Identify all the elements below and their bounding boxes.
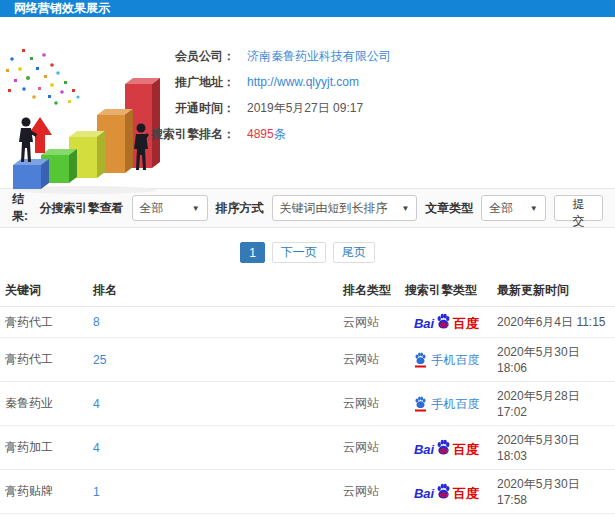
next-page-button[interactable]: 下一页 (272, 242, 326, 263)
baidu-cn-text: 百度 (453, 487, 479, 500)
info-fields: 会员公司： 济南秦鲁药业科技有限公司 推广地址： http://www.qlyy… (70, 43, 391, 147)
article-type-label: 文章类型 (425, 200, 473, 217)
engine-cell: Bai du 百度 (400, 307, 492, 338)
rank-type-cell: 云网站 (338, 382, 400, 426)
chevron-down-icon: ▼ (192, 204, 200, 213)
rank-link[interactable]: 8 (93, 315, 100, 329)
col-header-rank: 排名 (88, 275, 338, 307)
rank-link[interactable]: 4 (93, 441, 100, 455)
rank-type-cell: 云网站 (338, 307, 400, 338)
article-type-select[interactable]: 全部 ▼ (481, 195, 545, 221)
col-header-rank-type: 排名类型 (338, 275, 400, 307)
rank-type-cell: 云网站 (338, 514, 400, 520)
info-section: 会员公司： 济南秦鲁药业科技有限公司 推广地址： http://www.qlyy… (0, 17, 615, 188)
col-header-keyword: 关键词 (0, 275, 88, 307)
confetti-dots (6, 49, 80, 105)
updated-cell: 2020年5月30日 18:06 (492, 338, 615, 382)
chevron-down-icon: ▼ (530, 204, 538, 213)
rank-type-cell: 云网站 (338, 338, 400, 382)
keyword-cell: 膏药代工 (0, 338, 88, 382)
window-title-bar: 网络营销效果展示 (0, 0, 615, 17)
info-row-company: 会员公司： 济南秦鲁药业科技有限公司 (70, 43, 391, 69)
keyword-cell: 膏药代工 (0, 307, 88, 338)
mobile-baidu-logo: 手机百度 (414, 396, 480, 412)
mobile-baidu-text: 手机百度 (432, 354, 480, 366)
ranking-count-value: 4895 (247, 127, 274, 141)
baidu-bai-text: Bai (414, 487, 434, 500)
mobile-baidu-paw-icon (414, 396, 427, 412)
table-row: 膏药加工 4 云网站 Bai du 百度 (0, 426, 615, 470)
chevron-down-icon: ▼ (401, 204, 409, 213)
rank-link[interactable]: 4 (93, 397, 100, 411)
updated-cell: 2020年5月28日 16:55 (492, 514, 615, 520)
table-row: 膏药贴牌 1 云网站 Bai du 百度 (0, 470, 615, 514)
results-table-body: 膏药代工 8 云网站 Bai du 百度 (0, 307, 615, 520)
ranking-count-label: 搜索引擎排名： (70, 126, 235, 143)
open-time-value: 2019年5月27日 09:17 (247, 100, 363, 117)
mobile-baidu-paw-icon (414, 352, 427, 368)
results-label: 结果: (12, 191, 40, 225)
page-1-button[interactable]: 1 (240, 242, 265, 263)
svg-text:du: du (440, 490, 448, 497)
rank-link[interactable]: 25 (93, 353, 106, 367)
table-row: 口罩贴牌 29 云网站 Bai du 百度 (0, 514, 615, 520)
table-header-row: 关键词 排名 排名类型 搜索引擎类型 最新更新时间 (0, 275, 615, 307)
engine-filter-label: 分搜索引擎查看 (40, 200, 124, 217)
updated-cell: 2020年5月30日 18:03 (492, 426, 615, 470)
engine-cell: Bai du 百度 (400, 382, 492, 426)
engine-cell: Bai du 百度 (400, 426, 492, 470)
baidu-paw-icon: du (435, 483, 452, 500)
baidu-cn-text: 百度 (453, 443, 479, 456)
engine-filter-value: 全部 (140, 200, 164, 217)
info-row-opened: 开通时间： 2019年5月27日 09:17 (70, 95, 391, 121)
baidu-logo: Bai du 百度 (414, 313, 479, 330)
sort-filter-value: 关键词由短到长排序 (280, 200, 388, 217)
baidu-bai-text: Bai (414, 443, 434, 456)
engine-filter-select[interactable]: 全部 ▼ (132, 195, 208, 221)
baidu-logo: Bai du 百度 (414, 439, 479, 456)
svg-text:du: du (440, 321, 448, 328)
open-time-label: 开通时间： (70, 100, 235, 117)
keyword-cell: 膏药加工 (0, 426, 88, 470)
company-name-link[interactable]: 济南秦鲁药业科技有限公司 (247, 48, 391, 65)
engine-cell: Bai du 百度 (400, 338, 492, 382)
rank-type-cell: 云网站 (338, 426, 400, 470)
svg-text:du: du (440, 446, 448, 453)
rank-link[interactable]: 1 (93, 485, 100, 499)
rank-type-cell: 云网站 (338, 470, 400, 514)
info-row-ranking: 搜索引擎排名： 4895条 (70, 121, 391, 147)
sort-filter-select[interactable]: 关键词由短到长排序 ▼ (272, 195, 418, 221)
keyword-cell: 口罩贴牌 (0, 514, 88, 520)
sort-filter-label: 排序方式 (216, 200, 264, 217)
updated-cell: 2020年5月28日 17:02 (492, 382, 615, 426)
filter-controls: 分搜索引擎查看 全部 ▼ 排序方式 关键词由短到长排序 ▼ 文章类型 全部 ▼ … (40, 195, 603, 221)
mobile-baidu-text: 手机百度 (432, 398, 480, 410)
last-page-button[interactable]: 尾页 (333, 242, 375, 263)
page-title: 网络营销效果展示 (14, 1, 110, 15)
pagination: 1 下一页 尾页 (0, 228, 615, 275)
engine-cell: Bai du 百度 (400, 470, 492, 514)
table-row: 膏药代工 25 云网站 Bai du 百度 (0, 338, 615, 382)
submit-button[interactable]: 提交 (554, 195, 603, 221)
baidu-paw-icon: du (435, 313, 452, 330)
promo-url-link[interactable]: http://www.qlyyjt.com (247, 75, 359, 89)
baidu-bai-text: Bai (414, 317, 434, 330)
keyword-cell: 秦鲁药业 (0, 382, 88, 426)
baidu-paw-icon: du (435, 439, 452, 456)
info-row-url: 推广地址： http://www.qlyyjt.com (70, 69, 391, 95)
col-header-updated: 最新更新时间 (492, 275, 615, 307)
updated-cell: 2020年5月30日 17:58 (492, 470, 615, 514)
company-label: 会员公司： (70, 48, 235, 65)
mobile-baidu-logo: 手机百度 (414, 352, 480, 368)
engine-cell: Bai du 百度 (400, 514, 492, 520)
table-row: 膏药代工 8 云网站 Bai du 百度 (0, 307, 615, 338)
baidu-logo: Bai du 百度 (414, 483, 479, 500)
col-header-engine-type: 搜索引擎类型 (400, 275, 492, 307)
ranking-count-unit: 条 (274, 127, 286, 141)
table-row: 秦鲁药业 4 云网站 Bai du 百度 (0, 382, 615, 426)
article-type-value: 全部 (489, 200, 513, 217)
promo-url-label: 推广地址： (70, 74, 235, 91)
businessman-left (19, 118, 37, 163)
ranking-count: 4895条 (247, 126, 286, 143)
results-table: 关键词 排名 排名类型 搜索引擎类型 最新更新时间 膏药代工 8 云网站 Bai… (0, 275, 615, 520)
